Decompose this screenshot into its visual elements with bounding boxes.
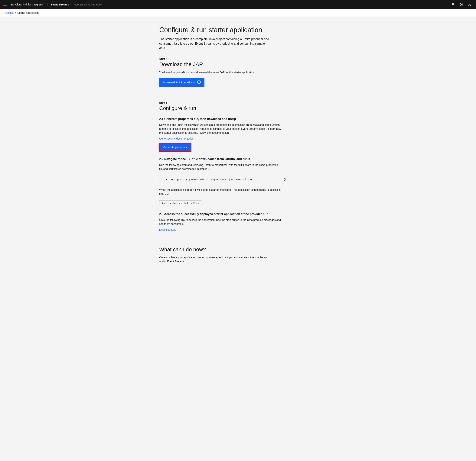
substep22-title: 2.2 Navigate to the JAR file downloaded … — [159, 158, 317, 161]
main-content: Configure & run starter application The … — [153, 17, 323, 272]
localhost-link[interactable]: localhost:8080 — [159, 228, 176, 231]
step2-title: Configure & run — [159, 105, 317, 111]
what-now-description: Once you have your application producing… — [159, 256, 272, 263]
topbar-action-icons — [450, 1, 473, 8]
topbar: IBM Cloud Pak for Integration Event Stre… — [0, 0, 476, 9]
code-block: java -Dproperties_path=<path-to-properti… — [159, 174, 291, 185]
hamburger-menu-icon[interactable] — [3, 2, 7, 7]
topbar-product: Event Streams — [51, 3, 72, 6]
code-text: java -Dproperties_path=<path-to-properti… — [162, 178, 282, 181]
generate-properties-button[interactable]: Generate properties — [159, 143, 191, 151]
step1-label: Step 1 — [159, 58, 317, 61]
page-title: Configure & run starter application — [159, 26, 317, 34]
substep23-description: Click the following link to access the a… — [159, 218, 282, 226]
step2-section: Step 2 Configure & run 2.1 Generate prop… — [159, 102, 317, 231]
user-button[interactable] — [466, 1, 473, 8]
help-button[interactable] — [458, 1, 465, 8]
substep22-description: Run the following command replacing <pat… — [159, 163, 282, 171]
breadcrumb: Toolbox / Starter application — [0, 9, 476, 17]
download-jar-label: Download JAR from GitHub — [163, 81, 196, 84]
substep-2-1: 2.1 Generate properties file, then downl… — [159, 117, 317, 151]
step1-divider — [159, 94, 317, 94]
security-docs-link[interactable]: Go to security documentation. — [159, 137, 194, 140]
settings-button[interactable] — [450, 1, 456, 8]
svg-rect-1 — [3, 4, 7, 4]
breadcrumb-toolbox-link[interactable]: Toolbox — [5, 11, 14, 14]
svg-rect-0 — [3, 3, 7, 3]
generate-properties-label: Generate properties — [163, 146, 187, 149]
step1-description: You'll need to go to GitHub and download… — [159, 70, 282, 74]
page-description: The starter application is a complete Ja… — [159, 37, 272, 50]
topbar-instance: eventstreams | eda-dev — [74, 3, 450, 6]
substep22-after-text: When the application is ready it will ou… — [159, 188, 282, 196]
step1-section: Step 1 Download the JAR You'll need to g… — [159, 58, 317, 87]
substep-2-3: 2.3 Access the successfully deployed sta… — [159, 212, 317, 231]
app-started-badge: Application started in X ms — [159, 200, 201, 206]
substep23-title: 2.3 Access the successfully deployed sta… — [159, 212, 317, 216]
step2-label: Step 2 — [159, 102, 317, 105]
step1-title: Download the JAR — [159, 61, 317, 67]
copy-code-button[interactable] — [282, 177, 288, 182]
what-now-section: What can I do now? Once you have your ap… — [159, 246, 317, 263]
substep-2-2: 2.2 Navigate to the JAR file downloaded … — [159, 158, 317, 206]
svg-rect-2 — [3, 5, 7, 5]
breadcrumb-separator: / — [15, 11, 16, 14]
github-icon — [197, 80, 201, 84]
breadcrumb-current: Starter application — [17, 11, 39, 14]
topbar-brand: IBM Cloud Pak for Integration — [10, 3, 48, 6]
what-now-title: What can I do now? — [159, 246, 317, 252]
substep21-description: Download and unzip the file which will c… — [159, 123, 282, 135]
download-jar-button[interactable]: Download JAR from GitHub — [159, 78, 204, 87]
substep21-title: 2.1 Generate properties file, then downl… — [159, 117, 317, 121]
